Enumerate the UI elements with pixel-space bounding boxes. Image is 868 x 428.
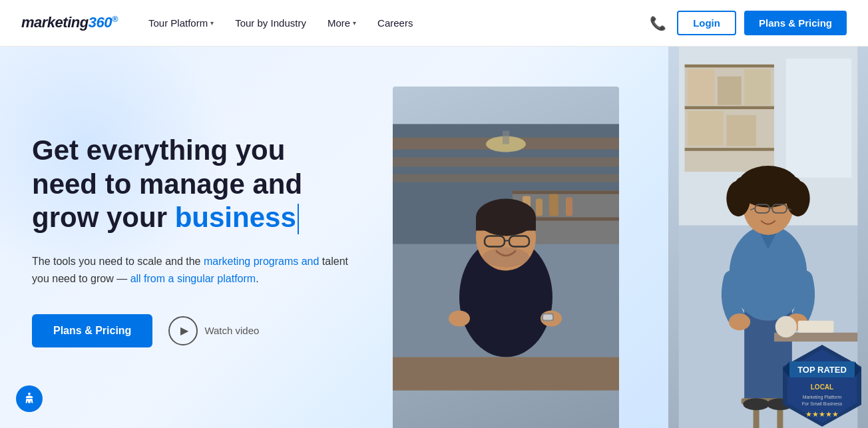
- svg-rect-40: [726, 115, 756, 146]
- svg-point-63: [775, 316, 797, 337]
- svg-rect-11: [536, 199, 542, 216]
- navbar: marketing360® Tour Platform ▾ Tour by In…: [0, 0, 868, 47]
- accessibility-icon: [22, 391, 37, 406]
- svg-rect-31: [786, 59, 851, 178]
- logo[interactable]: marketing360®: [21, 14, 118, 31]
- svg-point-48: [783, 176, 803, 202]
- brand-name: marketing360®: [21, 14, 118, 31]
- plans-pricing-button[interactable]: Plans & Pricing: [744, 11, 847, 35]
- svg-rect-38: [744, 69, 770, 105]
- svg-point-47: [734, 176, 753, 202]
- svg-rect-62: [798, 321, 834, 333]
- chevron-down-icon: ▾: [353, 19, 356, 27]
- chevron-down-icon: ▾: [210, 19, 214, 27]
- watch-label: Watch video: [204, 325, 259, 336]
- svg-rect-39: [688, 111, 724, 146]
- svg-text:★★★★★: ★★★★★: [805, 410, 839, 418]
- svg-point-54: [729, 314, 750, 330]
- hero-content: Get everything you need to manage and gr…: [0, 47, 386, 428]
- nav-more[interactable]: More ▾: [318, 12, 365, 34]
- nav-right: 📞 Login Plans & Pricing: [650, 11, 847, 35]
- svg-rect-17: [476, 218, 536, 231]
- badge-svg: TOP RATED LOCAL Marketing Platform For S…: [776, 341, 868, 428]
- svg-rect-33: [685, 65, 774, 67]
- svg-point-21: [483, 248, 529, 268]
- svg-text:For Small Business: For Small Business: [802, 401, 843, 406]
- svg-rect-4: [393, 174, 619, 182]
- svg-rect-27: [543, 315, 552, 320]
- cursor: [298, 204, 299, 234]
- svg-text:Marketing Platform: Marketing Platform: [803, 395, 842, 400]
- svg-point-74: [28, 393, 31, 395]
- top-rated-badge: TOP RATED LOCAL Marketing Platform For S…: [775, 348, 868, 428]
- svg-rect-36: [688, 69, 714, 105]
- svg-text:TOP RATED: TOP RATED: [797, 365, 847, 375]
- svg-point-24: [449, 311, 470, 327]
- hero-actions: Plans & Pricing ▶ Watch video: [32, 314, 354, 347]
- login-button[interactable]: Login: [677, 11, 736, 35]
- man-illustration: [393, 87, 619, 428]
- svg-rect-37: [718, 77, 742, 105]
- hero-heading: Get everything you need to manage and gr…: [32, 134, 354, 234]
- svg-text:LOCAL: LOCAL: [811, 383, 833, 391]
- nav-tour-industry[interactable]: Tour by Industry: [226, 12, 316, 34]
- phone-icon[interactable]: 📞: [650, 15, 666, 31]
- svg-point-59: [743, 398, 769, 410]
- accessibility-button[interactable]: [16, 385, 43, 412]
- nav-links: Tour Platform ▾ Tour by Industry More ▾ …: [139, 12, 650, 34]
- watch-video-button[interactable]: ▶ Watch video: [168, 316, 259, 345]
- hero-image-man: [393, 87, 619, 428]
- svg-rect-28: [393, 357, 619, 391]
- svg-rect-3: [393, 158, 619, 167]
- svg-rect-34: [685, 107, 774, 109]
- hero-images: TOP RATED LOCAL Marketing Platform For S…: [386, 47, 868, 428]
- brand-num: 360: [89, 15, 112, 31]
- svg-rect-6: [503, 131, 509, 144]
- hero-subtitle: The tools you need to scale and the mark…: [32, 253, 351, 287]
- svg-rect-8: [513, 191, 619, 194]
- svg-rect-12: [549, 194, 558, 216]
- svg-rect-13: [566, 198, 572, 216]
- svg-rect-35: [685, 148, 774, 150]
- nav-tour-platform[interactable]: Tour Platform ▾: [139, 12, 223, 34]
- nav-careers[interactable]: Careers: [368, 12, 422, 34]
- plans-pricing-cta[interactable]: Plans & Pricing: [32, 314, 152, 347]
- play-icon: ▶: [168, 316, 198, 345]
- hero-section: Get everything you need to manage and gr…: [0, 47, 868, 428]
